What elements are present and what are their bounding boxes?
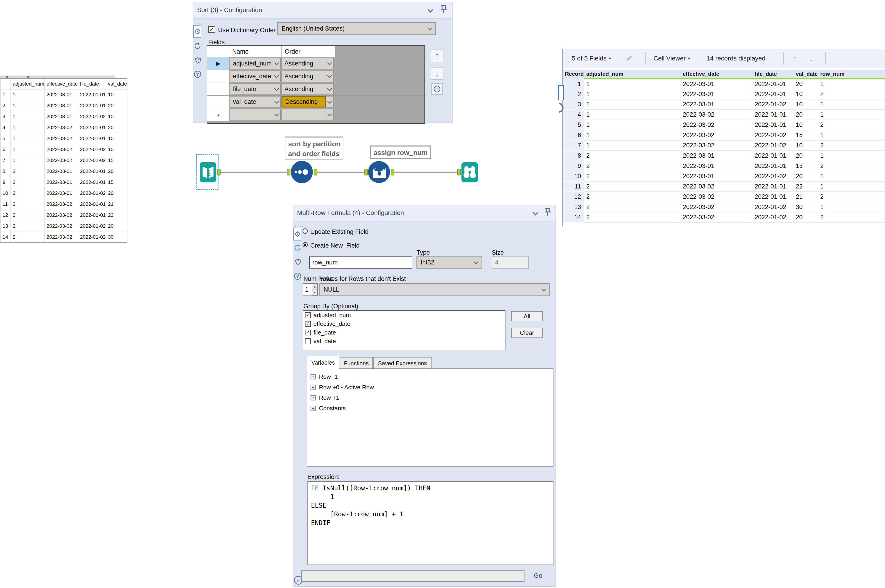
scroll-down-button[interactable]: ↓ — [809, 49, 813, 68]
spin-up-icon[interactable]: ▲ — [312, 284, 317, 290]
checkbox-icon[interactable]: ✓ — [305, 330, 311, 335]
remove-field-button[interactable] — [431, 83, 443, 95]
new-field-name-input[interactable]: row_num — [309, 256, 412, 268]
tag-icon[interactable] — [194, 55, 201, 66]
row-selector[interactable] — [207, 96, 229, 108]
apply-check-icon[interactable]: ✔ — [626, 49, 633, 68]
row-selector[interactable] — [207, 83, 229, 95]
spin-down-icon[interactable]: ▼ — [312, 290, 317, 296]
table-row[interactable]: 612022-03-022022-01-02151 — [563, 130, 885, 140]
dictionary-locale-select[interactable]: English (United States) — [277, 22, 436, 35]
field-name-select[interactable]: effective_date — [230, 71, 273, 82]
output-anchor-icon[interactable] — [314, 169, 317, 176]
table-row[interactable]: 922022-03-012022-01-01152 — [563, 161, 885, 171]
table-row[interactable]: 112022-03-012022-01-01201 — [563, 79, 885, 89]
sort-order-select[interactable]: Ascending — [281, 84, 326, 95]
use-dictionary-order-checkbox[interactable]: ✓ — [208, 26, 215, 33]
tree-item[interactable]: +Row +0 - Active Row — [307, 382, 553, 393]
table-row[interactable]: 1222022-03-022022-01-01212 — [563, 192, 885, 202]
group-by-option[interactable]: ✓effective_date — [303, 320, 505, 328]
table-row[interactable]: 512022-03-022022-01-01102 — [563, 120, 885, 130]
circular-arrow-icon[interactable] — [194, 40, 201, 51]
fields-dropdown[interactable]: 5 of 5 Fields▾ — [572, 49, 611, 68]
type-select[interactable]: Int32 — [416, 256, 482, 268]
output-anchor-icon[interactable] — [217, 169, 221, 176]
update-existing-field-radio[interactable] — [302, 228, 308, 234]
multi-row-formula-tool[interactable] — [368, 161, 390, 184]
field-name-select[interactable] — [230, 109, 273, 120]
sort-order-select[interactable] — [281, 109, 326, 120]
connection-wire[interactable] — [221, 172, 288, 173]
expand-plus-icon[interactable]: + — [311, 385, 316, 390]
row-selector[interactable] — [207, 70, 229, 82]
collapse-chevron-icon[interactable] — [531, 209, 540, 218]
sort-order-select[interactable]: Ascending — [281, 58, 326, 69]
browse-tool[interactable] — [461, 161, 478, 184]
checkbox-icon[interactable]: ✓ — [305, 321, 311, 327]
cell-viewer-dropdown[interactable]: Cell Viewer▾ — [654, 49, 690, 68]
num-rows-stepper[interactable]: 1 ▲▼ — [303, 284, 318, 296]
go-button[interactable]: Go — [534, 572, 542, 579]
row-selector[interactable]: ▶ — [207, 57, 229, 70]
checkbox-icon[interactable]: ✓ — [305, 312, 311, 318]
tree-item[interactable]: +Row +1 — [307, 393, 553, 403]
move-field-up-button[interactable]: ↑ — [431, 50, 443, 62]
input-anchor-icon[interactable] — [457, 169, 461, 176]
group-by-option[interactable]: ✓file_date — [303, 328, 505, 337]
create-new-field-radio[interactable] — [302, 242, 308, 248]
checkbox-icon[interactable] — [305, 338, 311, 344]
sort-order-dropdown[interactable] — [326, 58, 334, 69]
tree-item[interactable]: +Constants — [307, 403, 553, 414]
new-row-indicator[interactable]: * — [207, 108, 229, 121]
group-by-option[interactable]: ✓adjusted_num — [303, 311, 505, 320]
expand-plus-icon[interactable]: + — [311, 406, 316, 411]
table-row[interactable]: 822022-03-012022-01-01201 — [563, 151, 885, 161]
connection-wire[interactable] — [394, 172, 458, 173]
table-row[interactable]: 712022-03-022022-01-02102 — [563, 140, 885, 151]
tab-saved-expressions[interactable]: Saved Expressions — [373, 357, 431, 369]
scroll-up-button[interactable]: ↑ — [793, 49, 797, 68]
expand-plus-icon[interactable]: + — [311, 374, 316, 380]
pin-icon[interactable] — [543, 208, 552, 217]
table-row[interactable]: 1322022-03-022022-01-02301 — [563, 202, 885, 212]
expression-editor[interactable]: IF IsNull([Row-1:row_num]) THEN 1 ELSE [… — [307, 482, 553, 565]
help-icon[interactable]: ? — [194, 69, 201, 80]
clear-button[interactable]: Clear — [511, 328, 543, 338]
tab-functions[interactable]: Functions — [340, 357, 373, 369]
sort-order-dropdown[interactable] — [326, 109, 334, 120]
collapse-chevron-icon[interactable] — [426, 6, 435, 15]
field-name-dropdown[interactable] — [273, 84, 281, 95]
field-name-select[interactable]: val_date — [230, 96, 273, 108]
tab-variables[interactable]: Variables — [307, 356, 339, 369]
pin-icon[interactable] — [439, 5, 448, 14]
sort-order-select[interactable]: Ascending — [281, 71, 326, 82]
sort-order-dropdown[interactable] — [326, 71, 334, 82]
input-anchor-icon[interactable] — [287, 169, 290, 176]
connection-wire[interactable] — [317, 172, 365, 173]
output-anchor-icon[interactable] — [391, 169, 394, 176]
field-name-select[interactable]: adjusted_num — [230, 58, 273, 69]
field-name-select[interactable]: file_date — [230, 84, 273, 95]
move-field-down-button[interactable]: ↓ — [431, 67, 443, 80]
table-row[interactable]: 1422022-03-022022-01-02202 — [563, 212, 885, 222]
field-name-dropdown[interactable] — [273, 71, 281, 82]
input-data-tool[interactable] — [200, 161, 216, 184]
expand-plus-icon[interactable]: + — [311, 395, 316, 400]
sort-order-dropdown[interactable] — [326, 84, 334, 95]
tool-annotation[interactable]: sort by partitionand order fields — [285, 136, 343, 160]
input-anchor-icon[interactable] — [364, 169, 368, 176]
table-row[interactable]: 412022-03-022022-01-01201 — [563, 110, 885, 120]
values-for-rows-select[interactable]: NULL — [319, 284, 550, 296]
tree-item[interactable]: +Row -1 — [307, 372, 553, 382]
group-by-option[interactable]: val_date — [303, 337, 505, 345]
all-button[interactable]: All — [511, 311, 543, 321]
field-name-dropdown[interactable] — [273, 96, 281, 108]
gear-icon[interactable]: ⚙ — [193, 25, 201, 38]
table-row[interactable]: 1022022-03-012022-01-02201 — [563, 171, 885, 182]
expression-text[interactable]: IF IsNull([Row-1:row_num]) THEN 1 ELSE [… — [308, 482, 553, 529]
sort-order-select[interactable]: Descending — [281, 96, 326, 108]
table-row[interactable]: 212022-03-012022-01-01102 — [563, 89, 885, 99]
search-input[interactable] — [301, 570, 524, 582]
sort-order-dropdown[interactable] — [326, 96, 334, 108]
field-name-dropdown[interactable] — [273, 58, 281, 69]
